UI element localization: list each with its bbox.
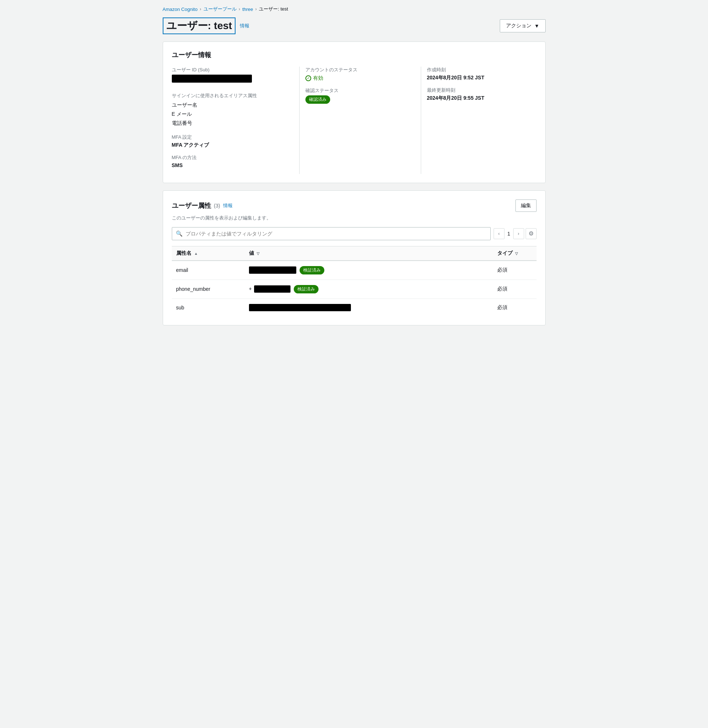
table-row: sub 必須	[172, 299, 537, 316]
attributes-info-badge[interactable]: 情報	[223, 202, 233, 209]
prev-page-button[interactable]: ‹	[493, 228, 505, 239]
col-header-value: 値 ▽	[245, 246, 493, 261]
email-redacted	[249, 267, 296, 274]
confirm-status-badge: 確認済み	[305, 95, 330, 104]
alias-username: ユーザー名	[172, 100, 285, 110]
account-status-value: ✓ 有効	[305, 75, 323, 81]
mfa-setting-value: MFA アクティブ	[172, 142, 285, 148]
attr-value-email: 検証済み	[245, 261, 493, 280]
mfa-method-value: SMS	[172, 162, 285, 168]
mfa-method-label: MFA の方法	[172, 154, 285, 161]
page-header: ユーザー: test 情報 アクション ▼	[163, 17, 546, 34]
next-page-button[interactable]: ›	[513, 228, 524, 239]
divider-2	[421, 67, 421, 174]
actions-button[interactable]: アクション ▼	[500, 19, 546, 32]
confirm-status-label: 確認ステータス	[305, 87, 406, 94]
page-info-badge[interactable]: 情報	[240, 23, 250, 29]
check-icon: ✓	[305, 75, 311, 81]
updated-value: 2024年8月20日 9:55 JST	[427, 95, 528, 102]
updated-label: 最終更新時刻	[427, 87, 528, 94]
account-status-label: アカウントのステータス	[305, 67, 406, 73]
filter-icon-value: ▽	[257, 251, 260, 255]
page-title: ユーザー: test	[163, 17, 236, 34]
alias-label: サインインに使用されるエイリアス属性	[172, 93, 285, 99]
breadcrumb-userpool[interactable]: ユーザープール	[203, 6, 236, 12]
table-header-row: 属性名 ▲ 値 ▽ タイプ ▽	[172, 246, 537, 261]
breadcrumb-sep-2: ›	[239, 7, 240, 12]
user-info-title: ユーザー情報	[172, 51, 537, 59]
breadcrumb-sep-1: ›	[200, 7, 201, 12]
attributes-desc: このユーザーの属性を表示および編集します。	[172, 215, 537, 221]
divider-1	[299, 67, 300, 174]
attributes-title: ユーザー属性	[172, 201, 211, 210]
attr-name-sub: sub	[172, 299, 245, 316]
created-label: 作成時刻	[427, 67, 528, 73]
attr-type-sub: 必須	[493, 299, 537, 316]
mfa-setting-label: MFA 設定	[172, 134, 285, 141]
user-info-col-2: アカウントのステータス ✓ 有効 確認ステータス 確認済み	[305, 67, 415, 174]
attributes-card: ユーザー属性 (3) 情報 編集 このユーザーの属性を表示および編集します。 🔍…	[163, 190, 546, 325]
account-status-text: 有効	[313, 75, 323, 81]
attr-name-email: email	[172, 261, 245, 280]
attr-value-phone: + 検証済み	[245, 280, 493, 299]
breadcrumb-cognito[interactable]: Amazon Cognito	[163, 7, 198, 12]
attr-name-phone: phone_number	[172, 280, 245, 299]
breadcrumb-three[interactable]: three	[242, 7, 253, 12]
phone-verified-badge: 検証済み	[294, 285, 319, 293]
attributes-table: 属性名 ▲ 値 ▽ タイプ ▽ email	[172, 246, 537, 316]
user-info-grid: ユーザー ID (Sub) サインインに使用されるエイリアス属性 ユーザー名 E…	[172, 67, 537, 174]
attributes-title-row: ユーザー属性 (3) 情報	[172, 201, 233, 210]
col-header-name[interactable]: 属性名 ▲	[172, 246, 245, 261]
filter-icon-type: ▽	[515, 251, 518, 255]
email-verified-badge: 検証済み	[300, 266, 324, 274]
table-row: phone_number + 検証済み 必須	[172, 280, 537, 299]
table-row: email 検証済み 必須	[172, 261, 537, 280]
user-info-col-3: 作成時刻 2024年8月20日 9:52 JST 最終更新時刻 2024年8月2…	[427, 67, 537, 174]
sub-redacted	[249, 304, 351, 311]
alias-phone: 電話番号	[172, 119, 285, 128]
actions-label: アクション	[506, 23, 531, 29]
user-info-card: ユーザー情報 ユーザー ID (Sub) サインインに使用されるエイリアス属性 …	[163, 42, 546, 183]
attributes-header: ユーザー属性 (3) 情報 編集	[172, 199, 537, 212]
page-number: 1	[506, 231, 512, 236]
search-input-wrap[interactable]: 🔍	[172, 227, 491, 240]
user-info-col-1: ユーザー ID (Sub) サインインに使用されるエイリアス属性 ユーザー名 E…	[172, 67, 293, 174]
sort-icon: ▲	[194, 251, 198, 255]
search-input[interactable]	[186, 231, 487, 236]
attr-value-sub	[245, 299, 493, 316]
actions-arrow-icon: ▼	[534, 23, 540, 29]
breadcrumb-current: ユーザー: test	[259, 6, 288, 12]
settings-button[interactable]: ⚙	[526, 228, 537, 239]
search-icon: 🔍	[176, 231, 183, 237]
search-row: 🔍 ‹ 1 › ⚙	[172, 227, 537, 240]
page-header-left: ユーザー: test 情報	[163, 17, 250, 34]
attr-type-email: 必須	[493, 261, 537, 280]
breadcrumb-sep-3: ›	[255, 7, 257, 12]
phone-prefix: +	[249, 286, 252, 291]
attr-type-phone: 必須	[493, 280, 537, 299]
attributes-count: (3)	[214, 203, 220, 209]
alias-email: E メール	[172, 110, 285, 119]
alias-values: ユーザー名 E メール 電話番号	[172, 100, 285, 128]
pagination-controls: ‹ 1 › ⚙	[493, 228, 537, 239]
phone-redacted	[254, 286, 290, 293]
col-type-label: タイプ	[497, 250, 512, 256]
col-value-label: 値	[249, 250, 254, 256]
col-header-type: タイプ ▽	[493, 246, 537, 261]
created-value: 2024年8月20日 9:52 JST	[427, 75, 528, 81]
edit-button[interactable]: 編集	[515, 199, 537, 212]
user-id-redacted	[172, 75, 252, 83]
user-id-label: ユーザー ID (Sub)	[172, 67, 285, 73]
breadcrumb: Amazon Cognito › ユーザープール › three › ユーザー:…	[163, 6, 546, 12]
col-name-label: 属性名	[176, 250, 192, 256]
